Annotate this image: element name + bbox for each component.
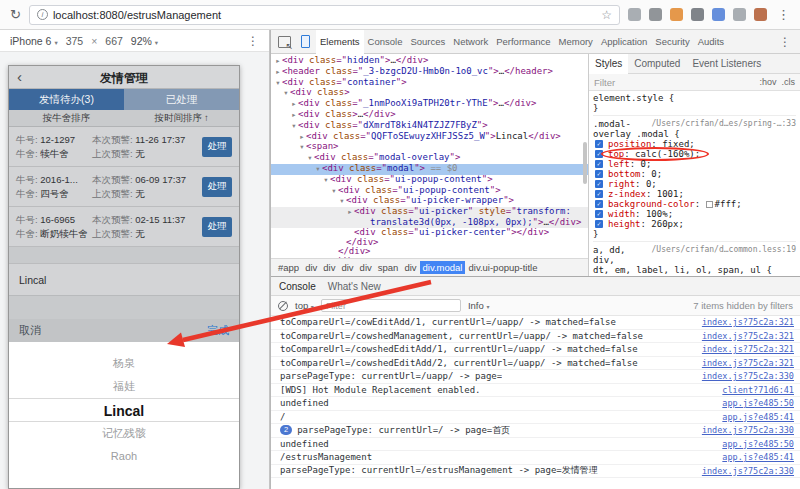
property-checkbox-icon[interactable]: ✓ [595, 140, 603, 148]
browser-menu-icon[interactable]: ⋮ [775, 7, 790, 22]
dom-tree-node[interactable]: <div class="ui-picker-center"></div> [271, 228, 588, 238]
devtools-tab-audits[interactable]: Audits [694, 30, 728, 54]
devtools-tab-console[interactable]: Console [364, 30, 407, 54]
picker-item[interactable]: Lincal [9, 398, 239, 422]
devtools-tab-elements[interactable]: Elements [316, 30, 364, 54]
styles-filter-input[interactable] [594, 77, 694, 88]
breadcrumb-item[interactable]: div [401, 261, 419, 274]
breadcrumb-item[interactable]: div [320, 261, 338, 274]
device-toggle-icon[interactable] [301, 35, 310, 48]
console-filter-input[interactable] [321, 299, 461, 312]
css-property[interactable]: ✓left: 0; [593, 159, 796, 169]
twisty-icon[interactable]: ▸ [346, 208, 354, 218]
twisty-icon[interactable]: ▸ [290, 111, 298, 121]
log-source-link[interactable]: app.js?e485:50 [712, 439, 794, 449]
css-selector[interactable]: /Users/crifan/d…es/spring-…:33.modal- [593, 119, 796, 129]
breadcrumb-item[interactable]: div [302, 261, 320, 274]
twisty-icon[interactable]: ▾ [330, 187, 338, 197]
selected-value-row[interactable]: Lincal [9, 263, 239, 295]
console-context-select[interactable]: top ▾ [295, 300, 314, 311]
css-source-link[interactable]: /Users/crifan/d…common.less:19 [652, 245, 797, 255]
log-source-link[interactable]: index.js?75c2a:321 [692, 317, 794, 327]
address-bar[interactable]: i localhost:8080/estrusManagement ☆ [29, 5, 620, 25]
css-property[interactable]: ✓top: calc(-160%); [593, 149, 796, 159]
breadcrumb-item[interactable]: div [357, 261, 375, 274]
extension-icon[interactable] [628, 8, 641, 21]
scrollbar-thumb[interactable] [583, 142, 587, 184]
css-selector[interactable]: dt, em, label, li, ol, span, ul { [593, 265, 796, 275]
twisty-icon[interactable]: ▾ [274, 79, 282, 89]
device-width-field[interactable]: 375 [66, 35, 84, 47]
log-source-link[interactable]: index.js?75c2a:321 [692, 331, 794, 341]
property-checkbox-icon[interactable]: ✓ [595, 170, 603, 178]
log-source-link[interactable]: index.js?75c2a:321 [692, 358, 794, 368]
device-select[interactable]: iPhone 6 ▾ [10, 35, 58, 47]
devtools-tab-security[interactable]: Security [651, 30, 693, 54]
log-source-link[interactable]: index.js?75c2a:330 [692, 371, 794, 381]
tab-processed[interactable]: 已处理 [124, 89, 239, 110]
cls-toggle[interactable]: .cls [782, 77, 796, 87]
extension-icon[interactable] [754, 8, 767, 21]
extension-icon[interactable] [691, 8, 704, 21]
css-property[interactable]: ✓height: 260px; [593, 219, 796, 229]
picker-item[interactable]: 记忆残骸 [9, 422, 239, 445]
reload-icon[interactable]: ↻ [10, 7, 21, 22]
extension-icon[interactable] [733, 8, 746, 21]
extension-icon[interactable] [649, 8, 662, 21]
extension-icon[interactable] [712, 8, 725, 21]
devtools-tab-application[interactable]: Application [597, 30, 651, 54]
log-source-link[interactable]: index.js?75c2a:321 [692, 344, 794, 354]
twisty-icon[interactable]: ▸ [274, 57, 282, 67]
property-checkbox-icon[interactable]: ✓ [595, 190, 603, 198]
log-source-link[interactable]: app.js?e485:41 [712, 412, 794, 422]
styles-tab-styles[interactable]: Styles [589, 54, 628, 74]
twisty-icon[interactable]: ▸ [274, 68, 282, 78]
css-property[interactable]: ✓background-color: #fff; [593, 199, 796, 209]
dom-tree-node[interactable]: </div> [271, 238, 588, 248]
bookmark-star-icon[interactable]: ☆ [601, 8, 612, 22]
css-property[interactable]: ✓z-index: 1001; [593, 189, 796, 199]
log-source-link[interactable]: index.js?75c2a:330 [692, 425, 794, 435]
property-checkbox-icon[interactable]: ✓ [595, 200, 603, 208]
devtools-tab-network[interactable]: Network [449, 30, 492, 54]
breadcrumb-item[interactable]: div.modal [420, 261, 466, 274]
clear-console-icon[interactable] [278, 301, 288, 311]
device-height-field[interactable]: 667 [105, 35, 123, 47]
property-checkbox-icon[interactable]: ✓ [595, 160, 603, 168]
sort-by-cowshed[interactable]: 按牛舍排序 [9, 110, 124, 126]
done-button[interactable]: 完成 [207, 323, 229, 338]
handle-button[interactable]: 处理 [202, 177, 232, 197]
log-source-link[interactable]: app.js?e485:50 [712, 398, 794, 408]
twisty-icon[interactable]: ▾ [290, 122, 298, 132]
css-property[interactable]: ✓width: 100%; [593, 209, 796, 219]
twisty-icon[interactable]: ▾ [322, 176, 330, 186]
devtools-tab-sources[interactable]: Sources [406, 30, 449, 54]
breadcrumb-item[interactable]: div.ui-popup-title [465, 261, 540, 274]
extension-icon[interactable] [670, 8, 683, 21]
css-property[interactable]: ✓bottom: 0; [593, 169, 796, 179]
picker-item[interactable]: 福娃 [9, 375, 239, 398]
hov-toggle[interactable]: :hov [759, 77, 776, 87]
console-tab-console[interactable]: Console [279, 281, 316, 292]
devtools-tab-memory[interactable]: Memory [555, 30, 597, 54]
twisty-icon[interactable]: ▾ [282, 89, 290, 99]
breadcrumb-item[interactable]: #app [275, 261, 302, 274]
inspect-element-icon[interactable]: ↖ [278, 36, 291, 48]
console-level-select[interactable]: Info ▾ [468, 300, 490, 311]
css-property[interactable]: ✓right: 0; [593, 179, 796, 189]
log-source-link[interactable]: index.js?75c2a:330 [692, 466, 794, 476]
property-checkbox-icon[interactable]: ✓ [595, 220, 603, 228]
picker-item[interactable]: 杨泉 [9, 352, 239, 375]
tab-estrus-todo[interactable]: 发情待办(3) [9, 89, 124, 110]
twisty-icon[interactable]: ▸ [290, 100, 298, 110]
handle-button[interactable]: 处理 [202, 137, 232, 157]
sort-by-time[interactable]: 按时间排序↑ [124, 110, 239, 126]
styles-tab-event-listeners[interactable]: Event Listeners [686, 54, 767, 74]
twisty-icon[interactable]: ▸ [298, 133, 306, 143]
property-checkbox-icon[interactable]: ✓ [595, 210, 603, 218]
css-selector[interactable]: /Users/crifan/d…common.less:19a, dd, div… [593, 245, 796, 265]
breadcrumb-item[interactable]: span [375, 261, 402, 274]
picker-item[interactable]: Raoh [9, 445, 239, 468]
css-selector[interactable]: element.style { [593, 93, 796, 103]
twisty-icon[interactable]: ▾ [338, 197, 346, 207]
